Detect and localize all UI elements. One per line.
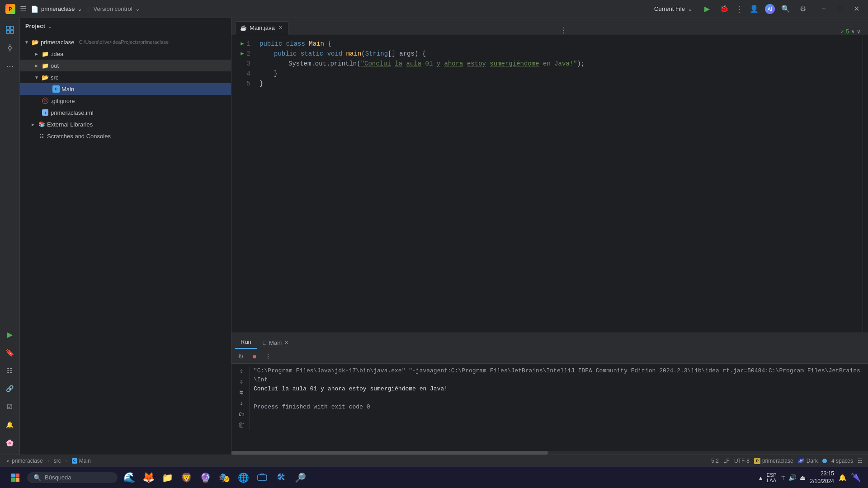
- windows-start-button[interactable]: [7, 469, 24, 486]
- search-everywhere-button[interactable]: 🔍: [779, 3, 792, 15]
- stop-button[interactable]: ■: [249, 351, 260, 362]
- console-output[interactable]: ⇧ ⇩ ↹ ⇣ 🗂 🗑 "C:\Program Files\Java\jdk-1…: [231, 364, 868, 451]
- taskbar-app-firefox[interactable]: 🦊: [140, 469, 156, 486]
- rerun-button[interactable]: ↻: [235, 351, 247, 362]
- caret-down-icon[interactable]: ∨: [857, 28, 861, 35]
- activity-structure-icon[interactable]: ☷: [2, 362, 18, 379]
- check-badge[interactable]: ✓ 5: [840, 28, 849, 35]
- terminal-button[interactable]: 🗂: [237, 410, 246, 419]
- vcs-selector[interactable]: Version control ⌄: [94, 5, 140, 12]
- status-encoding[interactable]: UTF-8: [734, 458, 750, 464]
- taskbar-chevron-icon[interactable]: ▴: [759, 474, 762, 481]
- status-theme[interactable]: 🌌 Dark: [798, 458, 818, 464]
- more-actions-button[interactable]: ⋮: [735, 4, 743, 14]
- taskbar-search-box[interactable]: 🔍 Búsqueda: [27, 472, 118, 483]
- taskbar-app-vscode[interactable]: 🛠: [273, 469, 289, 486]
- minimize-button[interactable]: −: [817, 3, 830, 15]
- status-cursor[interactable]: 5:2: [711, 458, 719, 464]
- scroll-down-button[interactable]: ⇩: [237, 377, 246, 386]
- maximize-button[interactable]: □: [834, 3, 846, 15]
- console-scrollbar-thumb[interactable]: [231, 451, 548, 455]
- editor-tab-main[interactable]: ☕ Main.java ✕: [235, 21, 288, 35]
- debug-button[interactable]: 🐞: [718, 3, 731, 15]
- soft-wrap-button[interactable]: ↹: [237, 388, 246, 397]
- main-class-small-icon: C: [72, 458, 77, 464]
- taskbar-notification-icon[interactable]: 🔔: [839, 474, 846, 481]
- run-button[interactable]: ▶: [701, 3, 713, 15]
- current-file-button[interactable]: Current File ⌄: [651, 4, 696, 14]
- sidebar-item-scratches[interactable]: ☷ Scratches and Consoles: [20, 130, 231, 142]
- activity-notifications-icon[interactable]: 🔔: [2, 417, 18, 433]
- taskbar-app-unknown1[interactable]: 🔮: [197, 469, 213, 486]
- taskbar-app-edge[interactable]: 🌊: [121, 469, 137, 486]
- activity-docker-icon[interactable]: 🌸: [2, 435, 18, 451]
- taskbar-time-text: 23:15: [810, 470, 834, 478]
- console-scrollbar[interactable]: [231, 451, 868, 455]
- main-run-tab[interactable]: □ Main ✕: [258, 337, 294, 349]
- settings-button[interactable]: ⚙: [797, 3, 809, 15]
- caret-up-icon[interactable]: ∧: [851, 28, 855, 35]
- sidebar-item-extlibs[interactable]: ► 📚 External Libraries: [20, 118, 231, 130]
- sidebar-item-src[interactable]: ▼ 📂 src: [20, 71, 231, 83]
- more-options-button[interactable]: ⋮: [262, 351, 274, 362]
- status-main-class[interactable]: C Main: [72, 458, 91, 464]
- taskbar-app-fileexplorer[interactable]: 📁: [159, 469, 175, 486]
- separator: |: [87, 5, 89, 13]
- bottom-panel: Run □ Main ✕ ↻ ■ ⋮ ⇧ ⇩: [231, 333, 868, 455]
- sidebar-item-gitignore[interactable]: ∅ .gitignore: [20, 95, 231, 107]
- sidebar-item-idea[interactable]: ► 📁 .idea: [20, 48, 231, 60]
- account-button[interactable]: 👤: [748, 3, 760, 15]
- activity-bookmark-icon[interactable]: 🔖: [2, 344, 18, 361]
- sidebar-item-iml[interactable]: I primeraclase.iml: [20, 107, 231, 118]
- taskbar-sound-icon[interactable]: 🔊: [788, 474, 796, 481]
- taskbar-app-unknown2[interactable]: 🎭: [216, 469, 232, 486]
- status-profile[interactable]: P primeraclase: [754, 458, 793, 464]
- run-tab[interactable]: Run: [235, 336, 257, 349]
- run-gutter-2[interactable]: ▶: [241, 49, 244, 59]
- project-selector[interactable]: 📄 primeraclase ⌄: [31, 5, 82, 13]
- code-content[interactable]: public class Main { public static void m: [254, 35, 863, 333]
- run-gutter-1[interactable]: ▶: [241, 39, 244, 49]
- status-src[interactable]: src: [54, 458, 61, 464]
- activity-project-icon[interactable]: [2, 22, 18, 38]
- console-exit-line: Process finished with exit code 0: [254, 403, 863, 412]
- trash-button[interactable]: 🗑: [237, 421, 246, 430]
- svg-rect-2: [6, 30, 9, 33]
- taskbar-battery-icon[interactable]: ⏏: [800, 474, 806, 481]
- taskbar-app-unknown4[interactable]: 🔎: [292, 469, 308, 486]
- sidebar-item-out[interactable]: ► 📁 out: [20, 60, 231, 71]
- taskbar-wifi-icon[interactable]: ‪⍑: [781, 474, 785, 481]
- scroll-up-button[interactable]: ⇧: [237, 366, 246, 375]
- main-tab-close-icon[interactable]: ✕: [284, 340, 288, 346]
- activity-run-icon[interactable]: ▶: [2, 326, 18, 343]
- status-indent[interactable]: 4 spaces: [831, 458, 853, 464]
- editor-tab-more-icon[interactable]: ⋮: [560, 26, 567, 35]
- code-editor[interactable]: ▶ 1 ▶ 2 3 4 5 publ: [231, 35, 868, 333]
- activity-todo-icon[interactable]: ☑: [2, 399, 18, 415]
- taskbar-color-icon[interactable]: 🌂: [851, 473, 861, 483]
- taskbar-language[interactable]: ESP LAA: [767, 472, 777, 483]
- tab-close-icon[interactable]: ✕: [278, 25, 283, 31]
- status-line-ending[interactable]: LF: [723, 458, 730, 464]
- taskbar-app-toolbox[interactable]: [254, 469, 270, 486]
- taskbar-app-unknown3[interactable]: 🌐: [235, 469, 251, 486]
- editor-scrollbar[interactable]: [863, 35, 868, 333]
- sidebar-item-main[interactable]: C Main: [20, 83, 231, 95]
- activity-three-dot-icon[interactable]: ⋯: [2, 58, 18, 74]
- tree-root[interactable]: ▼ 📂 primeraclase C:\Users\olive\IdeaProj…: [20, 36, 231, 48]
- pin-button[interactable]: ⇣: [237, 399, 246, 408]
- expand-icon: ☷: [858, 458, 863, 464]
- status-expand-icon[interactable]: ☷: [858, 458, 863, 464]
- title-bar-right: Current File ⌄ ▶ 🐞 ⋮ 👤 AI 🔍 ⚙ − □ ✕: [651, 3, 863, 15]
- taskbar-right: ▴ ESP LAA ‪⍑ 🔊 ⏏ 23:15 2/10/2024 🔔 🌂: [759, 470, 861, 485]
- svg-rect-10: [16, 478, 20, 482]
- console-text-area: "C:\Program Files\Java\jdk-17\bin\java.e…: [254, 366, 863, 430]
- activity-deps-icon[interactable]: 🔗: [2, 380, 18, 397]
- taskbar-app-brave[interactable]: 🦁: [178, 469, 194, 486]
- activity-commit-icon[interactable]: [2, 40, 18, 56]
- close-button[interactable]: ✕: [850, 3, 863, 15]
- hamburger-menu[interactable]: ☰: [20, 5, 26, 13]
- taskbar-clock[interactable]: 23:15 2/10/2024: [810, 470, 834, 485]
- status-vcs[interactable]: ⚬ primeraclase: [5, 458, 43, 464]
- ai-assistant-icon[interactable]: AI: [765, 4, 775, 14]
